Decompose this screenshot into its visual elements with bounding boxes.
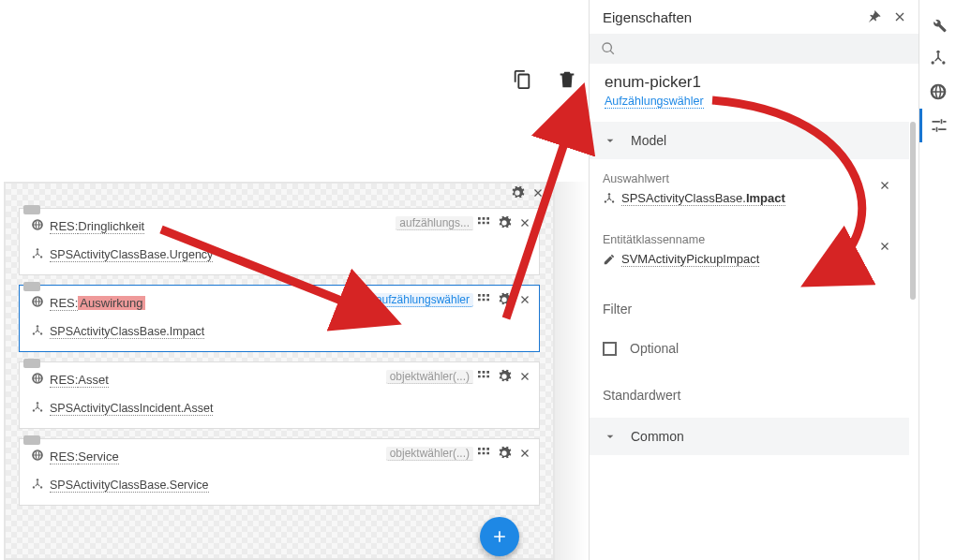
- close-icon: [878, 240, 891, 253]
- card-res-label: RES:Asset: [50, 373, 109, 387]
- globe-icon: [31, 295, 44, 311]
- svg-point-0: [936, 51, 939, 53]
- rail-flow[interactable]: [919, 41, 957, 75]
- scrollbar-thumb[interactable]: [910, 122, 916, 300]
- form-container[interactable]: aufzählungs...RES:DringlichkeitSPSActivi…: [4, 182, 555, 560]
- svg-point-5: [612, 200, 614, 202]
- globe-icon: [31, 449, 44, 464]
- container-settings[interactable]: [508, 184, 527, 202]
- card-layout-button[interactable]: [473, 366, 494, 387]
- component-identity: enum-picker1 Aufzählungswähler: [590, 64, 919, 114]
- component-id: enum-picker1: [605, 73, 904, 92]
- card-res-label: RES:Auswirkung: [50, 296, 145, 310]
- prop-entitaetklassenname: Entitätklassenname SVMActivityPickupImpa…: [603, 224, 896, 285]
- card-settings-button[interactable]: [494, 366, 515, 387]
- field-stack: aufzählungs...RES:DringlichkeitSPSActivi…: [19, 208, 540, 506]
- canvas-toolbar: [512, 69, 577, 90]
- close-icon: [892, 9, 907, 24]
- duplicate-button[interactable]: [512, 69, 532, 90]
- card-binding-path: SPSActivityClassIncident.Asset: [50, 402, 213, 416]
- designer-canvas: aufzählungs...RES:DringlichkeitSPSActivi…: [0, 0, 589, 560]
- card-settings-button[interactable]: [494, 443, 515, 464]
- section-common-header[interactable]: Common: [590, 418, 909, 455]
- rail-sliders[interactable]: [919, 109, 957, 142]
- drag-handle[interactable]: [23, 205, 40, 214]
- card-binding-path: SPSActivityClassBase.Service: [50, 479, 209, 493]
- card-layout-button[interactable]: [473, 443, 494, 464]
- svg-point-15: [37, 479, 38, 480]
- section-model-body: Auswahlwert SPSActivityClassBase.Impact …: [590, 159, 909, 410]
- svg-point-12: [37, 402, 38, 404]
- drag-handle[interactable]: [23, 282, 40, 291]
- clear-entitaet[interactable]: [875, 237, 894, 256]
- copy-icon: [512, 69, 532, 90]
- card-layout-button[interactable]: [473, 289, 494, 310]
- card-type-badge[interactable]: objektwähler(...): [386, 447, 473, 461]
- field-card[interactable]: objektwähler(...)RES:AssetSPSActivityCla…: [19, 361, 540, 429]
- rail-wrench[interactable]: [919, 7, 957, 41]
- field-card[interactable]: objektwähler(...)RES:ServiceSPSActivityC…: [19, 438, 540, 506]
- svg-point-14: [40, 409, 42, 411]
- pencil-icon: [603, 253, 616, 266]
- pin-button[interactable]: [860, 4, 887, 30]
- flow-icon: [31, 478, 44, 494]
- delete-button[interactable]: [557, 69, 577, 90]
- card-binding-path: SPSActivityClassBase.Urgency: [50, 248, 213, 262]
- card-layout-button[interactable]: [473, 213, 494, 233]
- svg-point-7: [33, 256, 35, 258]
- card-settings-button[interactable]: [494, 289, 515, 310]
- container-close[interactable]: [529, 184, 547, 202]
- svg-point-6: [37, 248, 38, 250]
- wrench-icon: [929, 15, 948, 34]
- globe-icon: [31, 372, 44, 388]
- rail-globe[interactable]: [919, 75, 957, 109]
- field-card[interactable]: aufzählungs...RES:DringlichkeitSPSActivi…: [19, 208, 540, 275]
- prop-auswahlwert: Auswahlwert SPSActivityClassBase.Impact: [603, 163, 896, 224]
- drag-handle[interactable]: [23, 359, 40, 368]
- card-remove-button[interactable]: [515, 213, 535, 233]
- clear-auswahlwert[interactable]: [875, 176, 894, 195]
- close-icon: [531, 186, 545, 199]
- svg-point-17: [40, 486, 42, 488]
- svg-point-16: [33, 486, 35, 488]
- card-settings-button[interactable]: [494, 213, 515, 233]
- svg-point-11: [40, 332, 42, 334]
- properties-title: Eigenschaften: [603, 9, 860, 25]
- card-type-badge[interactable]: aufzählungswähler: [372, 293, 473, 307]
- svg-point-8: [40, 256, 42, 258]
- prop-optional-label: Optional: [630, 341, 679, 356]
- svg-point-3: [608, 193, 610, 195]
- section-model-header[interactable]: Model: [590, 122, 909, 159]
- chevron-down-icon: [603, 133, 618, 148]
- close-icon: [878, 179, 891, 192]
- close-panel-button[interactable]: [887, 4, 913, 30]
- prop-entitaet-value[interactable]: SVMActivityPickupImpact: [603, 252, 759, 267]
- prop-auswahlwert-value[interactable]: SPSActivityClassBase.Impact: [603, 191, 785, 206]
- card-type-badge[interactable]: aufzählungs...: [396, 216, 473, 230]
- gear-icon: [510, 185, 525, 200]
- card-type-badge[interactable]: objektwähler(...): [386, 370, 473, 384]
- properties-search[interactable]: [590, 34, 919, 64]
- flow-icon: [603, 192, 616, 205]
- section-model-title: Model: [631, 133, 666, 148]
- properties-panel: Eigenschaften enum-picker1 Aufzählungswä…: [589, 0, 919, 560]
- right-rail: [919, 0, 956, 560]
- flow-icon: [31, 324, 44, 340]
- add-field-fab[interactable]: [480, 517, 519, 556]
- card-remove-button[interactable]: [515, 366, 535, 387]
- search-icon: [601, 41, 616, 56]
- svg-point-13: [33, 409, 35, 411]
- prop-standardwert-label: Standardwert: [603, 365, 896, 410]
- svg-point-4: [605, 200, 606, 202]
- card-remove-button[interactable]: [515, 289, 535, 310]
- chevron-down-icon: [603, 429, 618, 444]
- prop-entitaet-label: Entitätklassenname: [603, 233, 896, 246]
- form-board: aufzählungs...RES:DringlichkeitSPSActivi…: [0, 182, 555, 560]
- svg-point-9: [37, 325, 38, 327]
- drag-handle[interactable]: [23, 435, 40, 445]
- component-type-link[interactable]: Aufzählungswähler: [605, 95, 704, 109]
- card-remove-button[interactable]: [515, 443, 535, 464]
- prop-optional[interactable]: Optional: [603, 320, 896, 365]
- field-card[interactable]: aufzählungswählerRES:AuswirkungSPSActivi…: [19, 285, 540, 352]
- svg-point-2: [942, 61, 945, 64]
